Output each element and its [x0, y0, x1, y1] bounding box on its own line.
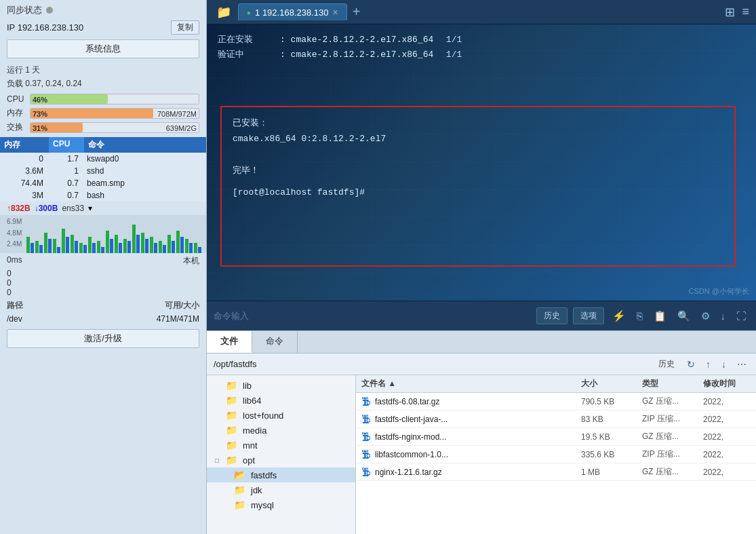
proc-row[interactable]: 3M 0.7 bash	[0, 189, 206, 202]
history-button[interactable]: 历史	[536, 307, 568, 324]
mem-bar-wrap: 73% 708M/972M	[30, 108, 199, 119]
net-bar-down	[127, 241, 131, 253]
net-bar-up	[35, 241, 39, 253]
file-name: 🗜 nginx-1.21.6.tar.gz	[361, 467, 581, 478]
paste-icon-btn[interactable]: 📋	[651, 309, 669, 324]
swap-label: 交换	[7, 121, 26, 133]
history-label[interactable]: 历史	[654, 357, 679, 371]
swap-pct-text: 31%	[33, 123, 47, 134]
settings-icon-btn[interactable]: ⚙	[698, 309, 713, 324]
tree-item[interactable]: 📁mnt	[207, 438, 355, 453]
proc-header-cpu[interactable]: CPU	[49, 137, 84, 153]
net-bar-pair	[185, 239, 193, 253]
proc-cmd: bash	[84, 191, 206, 200]
hl-line-5: [root@localhost fastdfs]#	[233, 185, 723, 200]
load-label: 负载 0.37, 0.24, 0.24	[0, 77, 206, 92]
options-button[interactable]: 选项	[573, 307, 604, 324]
net-bar-pair	[159, 241, 166, 253]
more-button[interactable]: ⋯	[734, 358, 749, 371]
proc-cpu: 0.7	[49, 191, 84, 200]
net-bar-down	[154, 243, 157, 253]
files-tab[interactable]: 文件	[207, 331, 252, 353]
copy-button[interactable]: 复制	[171, 20, 199, 35]
tree-item[interactable]: 📁lost+found	[207, 408, 355, 423]
proc-row[interactable]: 0 1.7 kswapd0	[0, 153, 206, 165]
file-header-type[interactable]: 类型	[642, 378, 703, 389]
file-name-text: libfastcommon-1.0...	[375, 450, 448, 459]
bottom-panel: 文件 命令 /opt/fastdfs 历史 ↻ ↑ ↓ ⋯ 📁lib📁lib64…	[207, 330, 756, 534]
proc-cpu: 0.7	[49, 178, 84, 188]
expand-icon: □	[215, 457, 223, 464]
ping-ms: 0ms	[7, 255, 22, 267]
file-row[interactable]: 🗜 fastdfs-nginx-mod... 19.5 KB GZ 压缩... …	[356, 428, 756, 446]
file-row[interactable]: 🗜 libfastcommon-1.0... 335.6 KB ZIP 压缩..…	[356, 446, 756, 463]
file-type: GZ 压缩...	[642, 466, 703, 478]
tree-item[interactable]: 📁lib	[207, 378, 355, 393]
folder-icon[interactable]: 📁	[211, 2, 237, 22]
proc-row[interactable]: 74.4M 0.7 beam.smp	[0, 177, 206, 189]
disk-row: /dev 471M/471M	[0, 313, 206, 325]
tree-item[interactable]: □📁opt	[207, 453, 355, 468]
net-bar-pair	[62, 229, 69, 253]
cmd-input-field[interactable]	[214, 311, 531, 321]
file-header-date[interactable]: 修改时间	[703, 378, 751, 389]
file-name-text: fastdfs-client-java-...	[375, 415, 447, 424]
proc-table-header: 内存 CPU 命令	[0, 137, 206, 153]
file-row[interactable]: 🗜 nginx-1.21.6.tar.gz 1 MB GZ 压缩... 2022…	[356, 463, 756, 481]
menu-icon[interactable]: ≡	[739, 5, 752, 19]
sysinfo-button[interactable]: 系统信息	[7, 39, 199, 58]
cpu-bar-wrap: 46%	[30, 94, 199, 104]
file-header-name[interactable]: 文件名 ▲	[361, 378, 581, 389]
net-bar-pair	[176, 231, 184, 253]
disk-header: 路径 可用/大小	[0, 297, 206, 313]
net-dropdown-icon[interactable]: ▾	[88, 204, 92, 213]
proc-cpu: 1.7	[49, 154, 84, 164]
tree-item[interactable]: 📁media	[207, 423, 355, 438]
tree-item[interactable]: 📁mysql	[207, 497, 355, 512]
cmd-tab[interactable]: 命令	[252, 331, 298, 353]
file-header-size[interactable]: 大小	[581, 378, 642, 389]
term-value-2: : cmake-2.8.12.2-2.el7.x86_64	[280, 47, 433, 62]
lightning-icon[interactable]: ⚡	[610, 308, 629, 324]
net-y-label-3: 2.4M	[7, 240, 22, 248]
file-toolbar: /opt/fastdfs 历史 ↻ ↑ ↓ ⋯	[207, 354, 756, 375]
grid-icon[interactable]: ⊞	[722, 5, 738, 20]
tab-item-1[interactable]: ● 1 192.168.238.130 ×	[238, 3, 347, 20]
file-row[interactable]: 🗜 fastdfs-6.08.tar.gz 790.5 KB GZ 压缩... …	[356, 393, 756, 411]
hl-line-2: cmake.x86_64 0:2.8.12.2-2.el7	[233, 131, 723, 147]
upgrade-button[interactable]: 激活/升级	[7, 329, 199, 348]
watermark: CSDN @小何学长	[689, 286, 749, 297]
folder-tree: 📁lib📁lib64📁lost+found📁media📁mnt□📁opt📂fas…	[207, 375, 356, 534]
tree-item-label: media	[243, 425, 266, 436]
tab-close-icon[interactable]: ×	[332, 7, 338, 18]
proc-header-cmd[interactable]: 命令	[84, 137, 206, 153]
net-bar-down	[110, 239, 113, 253]
net-bar-pair	[106, 231, 113, 253]
tree-item[interactable]: 📁lib64	[207, 393, 355, 408]
file-type: ZIP 压缩...	[642, 449, 703, 460]
net-bar-down	[119, 243, 122, 253]
download-icon-btn[interactable]: ↓	[718, 309, 729, 323]
file-name-text: nginx-1.21.6.tar.gz	[375, 468, 442, 477]
refresh-button[interactable]: ↻	[684, 358, 698, 371]
download-file-button[interactable]: ↓	[719, 358, 729, 371]
proc-row[interactable]: 3.6M 1 sshd	[0, 165, 206, 177]
proc-header-mem[interactable]: 内存	[0, 137, 49, 153]
tab-add-button[interactable]: +	[349, 4, 365, 20]
file-size: 335.6 KB	[581, 450, 642, 459]
tab-label: 1 192.168.238.130	[255, 7, 328, 18]
file-row[interactable]: 🗜 fastdfs-client-java-... 83 KB ZIP 压缩..…	[356, 411, 756, 428]
folder-icon: 📁	[226, 410, 237, 421]
net-bar-up	[79, 243, 83, 253]
net-bar-down	[136, 235, 140, 253]
upload-button[interactable]: ↑	[703, 358, 713, 371]
net-bar-pair	[132, 225, 140, 253]
tree-item[interactable]: 📁jdk	[207, 482, 355, 497]
copy-icon-btn[interactable]: ⎘	[634, 309, 645, 323]
disk-avail: 471M/471M	[132, 314, 199, 324]
search-icon-btn[interactable]: 🔍	[675, 309, 693, 324]
file-icon: 🗜	[361, 396, 371, 407]
tree-item[interactable]: 📂fastdfs	[207, 468, 355, 482]
fullscreen-icon-btn[interactable]: ⛶	[734, 309, 749, 323]
bottom-tab-bar: 文件 命令	[207, 330, 756, 354]
